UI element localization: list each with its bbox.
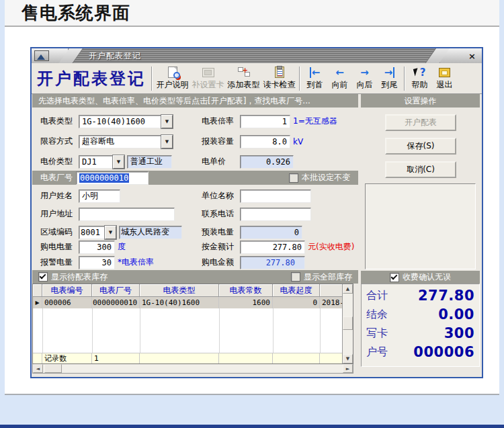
cell-meter-type: 1G-10(40)1600 bbox=[140, 297, 219, 308]
toolbar-separator bbox=[404, 67, 405, 91]
column-header[interactable]: 电表编号 bbox=[42, 284, 92, 297]
footer-cell bbox=[219, 353, 273, 363]
scroll-left-icon[interactable]: ◄ bbox=[33, 364, 43, 373]
cell-constant: 1600 bbox=[219, 297, 273, 308]
show-all-checkbox[interactable] bbox=[291, 272, 300, 282]
confirm-checkbox[interactable] bbox=[390, 273, 399, 282]
area-code-label: 区域编码 bbox=[40, 226, 76, 238]
page-header: 售电系统界面 bbox=[5, 0, 499, 27]
factory-number-input[interactable]: 0000000010 bbox=[76, 171, 149, 185]
vertical-scrollbar[interactable]: ▲ ▼ bbox=[342, 284, 353, 363]
window-logo-icon[interactable] bbox=[34, 50, 49, 61]
button-label: 向前 bbox=[332, 79, 348, 91]
form-row: 电表类型 1G-10(40)1600 ▼ bbox=[40, 114, 173, 128]
marker-header-cell bbox=[33, 284, 42, 297]
prev-arrow-icon: ← bbox=[335, 66, 344, 79]
vertical-scroll-track[interactable] bbox=[343, 294, 353, 354]
write-card-value: 300 bbox=[444, 325, 474, 341]
toolbar-separator bbox=[299, 67, 300, 91]
table-grid: 电表编号 电表厂号 电表类型 电表常数 电表起度 ▶ 000006 000000… bbox=[33, 284, 342, 363]
form-row: 购电电量 300 度 bbox=[40, 240, 126, 254]
footer-cell bbox=[33, 353, 42, 363]
horizontal-scroll-thumb[interactable] bbox=[44, 364, 62, 373]
footer-cell bbox=[273, 353, 320, 363]
confirm-bar: 收费确认无误 bbox=[361, 271, 480, 284]
record-count-value: 1 bbox=[92, 353, 140, 363]
chevron-down-icon[interactable]: ▼ bbox=[105, 226, 116, 239]
price-type-select[interactable]: DJ1 ▼ bbox=[79, 155, 124, 169]
column-header[interactable]: 电表常数 bbox=[219, 284, 273, 297]
vertical-scroll-thumb[interactable] bbox=[343, 316, 353, 330]
button-label: 取消(C) bbox=[407, 164, 435, 175]
table-row[interactable]: ▶ 000006 0000000010 1G-10(40)1600 1600 0… bbox=[33, 297, 342, 308]
purchase-qty-input[interactable]: 300 bbox=[79, 241, 115, 254]
save-button[interactable]: 保存(S) bbox=[385, 138, 456, 155]
horizontal-scroll-track[interactable] bbox=[43, 364, 343, 373]
form-row: 限容方式 超容断电 ▼ bbox=[40, 134, 173, 148]
form-row: 电单价 0.926 bbox=[202, 155, 294, 169]
help-cursor-icon: ? bbox=[414, 66, 426, 79]
meter-type-select[interactable]: 1G-10(40)1600 ▼ bbox=[79, 115, 173, 128]
exit-button[interactable]: 退出 bbox=[432, 65, 457, 93]
footer-cell bbox=[140, 353, 219, 363]
button-label: 保存(S) bbox=[407, 140, 435, 152]
go-prev-button[interactable]: ← 向前 bbox=[327, 65, 352, 93]
alarm-qty-input[interactable]: 30 bbox=[79, 256, 115, 269]
toolbar-separator bbox=[151, 67, 153, 91]
add-meter-type-button[interactable]: 添加表型 bbox=[226, 65, 261, 93]
show-all-label: 显示全部库存 bbox=[304, 271, 352, 283]
button-label: 读卡检查 bbox=[263, 79, 296, 91]
button-label: 开户说明 bbox=[157, 79, 189, 91]
show-pending-checkbox[interactable] bbox=[38, 272, 48, 282]
form-row: 电表倍率 1 1=无互感器 bbox=[202, 114, 337, 128]
hint-text: 先选择电表类型、电表倍率、电价类型等后点击[开户配表]，查找电表厂号... bbox=[38, 95, 310, 107]
phone-input[interactable] bbox=[240, 208, 311, 221]
chevron-down-icon[interactable]: ▼ bbox=[113, 155, 124, 169]
button-label: 退出 bbox=[437, 79, 453, 91]
go-next-button[interactable]: → 向后 bbox=[352, 65, 377, 93]
capacity-input[interactable]: 8.0 bbox=[240, 135, 290, 148]
horizontal-scrollbar[interactable]: ◄ ► bbox=[32, 364, 353, 374]
total-value: 277.80 bbox=[418, 288, 474, 304]
user-name-input[interactable]: 小明 bbox=[79, 189, 120, 203]
titlebar-right: × bbox=[430, 48, 482, 63]
close-icon[interactable]: × bbox=[468, 52, 476, 60]
column-header bbox=[320, 284, 342, 297]
address-input[interactable] bbox=[79, 208, 175, 221]
limit-mode-select[interactable]: 超容断电 ▼ bbox=[79, 135, 173, 148]
by-amount-input[interactable]: 277.80 bbox=[240, 241, 305, 254]
cancel-button[interactable]: 取消(C) bbox=[385, 161, 456, 178]
button-label: 开户配表 bbox=[405, 117, 437, 128]
read-card-check-button[interactable]: 读卡检查 bbox=[261, 65, 297, 93]
chevron-down-icon[interactable]: ▼ bbox=[161, 135, 173, 148]
cell-factory-no: 0000000010 bbox=[92, 297, 140, 308]
next-arrow-icon: → bbox=[360, 66, 369, 79]
area-code-select[interactable]: 8001 ▼ bbox=[79, 226, 116, 239]
purchase-money-label: 购电金额 bbox=[202, 257, 237, 268]
org-name-input[interactable] bbox=[240, 189, 311, 203]
limit-mode-value: 超容断电 bbox=[79, 135, 161, 148]
column-header[interactable]: 电表类型 bbox=[140, 284, 219, 297]
column-header[interactable]: 电表起度 bbox=[273, 284, 320, 297]
table-footer-row: 记录数 1 bbox=[33, 353, 342, 363]
scroll-up-icon[interactable]: ▲ bbox=[343, 284, 353, 294]
chevron-down-icon[interactable]: ▼ bbox=[161, 115, 173, 128]
go-first-button[interactable]: ← 到首 bbox=[302, 65, 327, 93]
form-row: 用户姓名 小明 bbox=[40, 189, 120, 203]
meter-ratio-input[interactable]: 1 bbox=[240, 115, 290, 128]
capacity-label: 报装容量 bbox=[202, 136, 237, 147]
factory-number-value: 0000000010 bbox=[79, 173, 129, 183]
help-button[interactable]: ? 帮助 bbox=[407, 65, 432, 93]
row-marker-icon: ▶ bbox=[33, 297, 42, 308]
account-help-button[interactable]: 开户说明 bbox=[155, 65, 190, 93]
go-last-button[interactable]: → 到尾 bbox=[377, 65, 402, 93]
cell-start-reading: 0 bbox=[273, 297, 320, 308]
inventory-table: 电表编号 电表厂号 电表类型 电表常数 电表起度 ▶ 000006 000000… bbox=[32, 284, 353, 364]
batch-fixed-checkbox[interactable] bbox=[289, 173, 298, 183]
app-window: 开户配表登记 × 开户配表登记 开户说明 补设置卡 添加表型 bbox=[30, 47, 483, 378]
column-header[interactable]: 电表厂号 bbox=[92, 284, 140, 297]
window-titlebar: 开户配表登记 × bbox=[32, 48, 482, 63]
panel-header-bar: 设置操作 bbox=[361, 94, 480, 108]
scroll-down-icon[interactable]: ▼ bbox=[343, 354, 353, 363]
scroll-right-icon[interactable]: ► bbox=[343, 364, 353, 373]
